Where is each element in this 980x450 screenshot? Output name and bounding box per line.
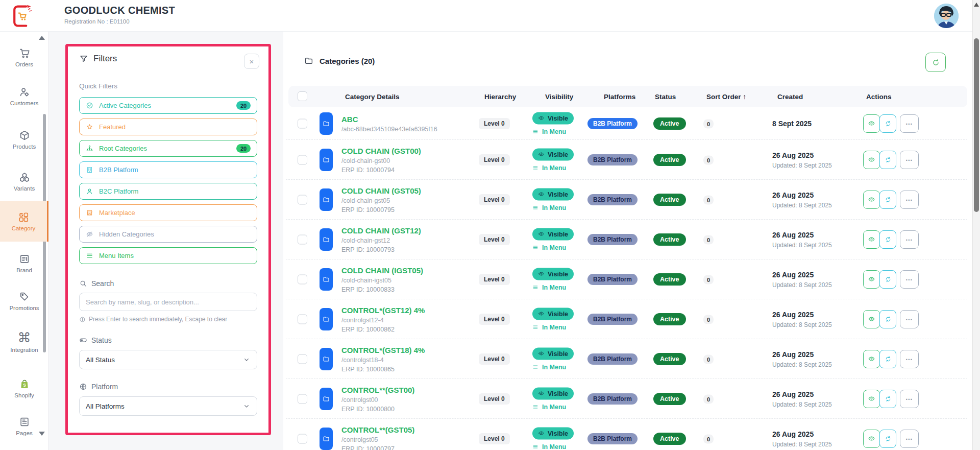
sync-button[interactable]	[879, 350, 896, 368]
more-actions-button[interactable]: ⋯	[900, 350, 919, 368]
platform-select[interactable]: All Platforms	[79, 396, 257, 416]
sidebar-item-label: Orders	[15, 61, 33, 67]
quick-filter-marketplace[interactable]: Marketplace	[79, 204, 257, 221]
category-details-cell: COLD CHAIN (GST12)/cold-chain-gst12ERP I…	[341, 226, 421, 253]
row-checkbox[interactable]	[298, 155, 307, 164]
more-actions-button[interactable]: ⋯	[900, 114, 919, 133]
sidebar-item-variants[interactable]: Variants	[0, 165, 48, 198]
info-icon	[79, 316, 86, 323]
view-button[interactable]	[863, 114, 880, 133]
category-folder-chip	[320, 348, 333, 370]
sidebar-item-promotions[interactable]: Promotions	[0, 285, 48, 317]
category-name-link[interactable]: COLD CHAIN (GST00)	[341, 146, 421, 155]
top-bar: GOODLUCK CHEMIST Registration No : E0110…	[0, 0, 972, 32]
select-all-checkbox[interactable]	[298, 91, 307, 101]
row-checkbox[interactable]	[298, 234, 307, 244]
quick-filter-b2b-platform[interactable]: B2B Platform	[79, 161, 257, 178]
column-hierarchy: Hierarchy	[484, 93, 516, 101]
page-scrollbar[interactable]	[972, 0, 980, 450]
view-button[interactable]	[863, 230, 880, 249]
quick-filter-active-categories[interactable]: Active Categories20	[79, 97, 257, 114]
more-actions-button[interactable]: ⋯	[900, 230, 919, 249]
more-actions-button[interactable]: ⋯	[900, 191, 919, 209]
category-name-link[interactable]: COLD CHAIN (GST05)	[341, 186, 421, 195]
category-details-cell: COLD CHAIN (IGST05)/cold-chain-igst05ERP…	[341, 266, 423, 293]
scrollbar-up-icon[interactable]	[974, 3, 979, 7]
sidebar-item-products[interactable]: Products	[0, 123, 48, 156]
hierarchy-cell: Level 0	[479, 353, 510, 365]
category-name-link[interactable]: CONTROL**(GST00)	[341, 385, 414, 394]
close-filters-button[interactable]: ×	[244, 54, 259, 69]
sidebar-item-label: Variants	[14, 185, 35, 192]
column-sort-order[interactable]: Sort Order ↑	[706, 93, 746, 101]
view-button[interactable]	[863, 310, 880, 328]
more-actions-button[interactable]: ⋯	[900, 390, 919, 408]
sidebar-item-brand[interactable]: Brand	[0, 247, 48, 279]
view-button[interactable]	[863, 350, 880, 368]
sync-button[interactable]	[879, 390, 896, 408]
sync-button[interactable]	[879, 230, 896, 249]
view-button[interactable]	[863, 270, 880, 289]
more-actions-button[interactable]: ⋯	[900, 151, 919, 169]
category-name-link[interactable]: COLD CHAIN (IGST05)	[341, 266, 423, 274]
category-name-link[interactable]: CONTROL**(GST05)	[341, 425, 414, 434]
category-name-link[interactable]: CONTROL*(GST12) 4%	[341, 305, 425, 314]
row-checkbox[interactable]	[298, 314, 307, 324]
status-badge: Active	[653, 433, 686, 445]
status-badge: Active	[653, 154, 686, 166]
category-folder-chip	[320, 308, 333, 330]
eye-icon	[538, 390, 545, 397]
sync-button[interactable]	[879, 151, 896, 169]
platforms-cell: B2B Platform	[587, 154, 638, 165]
row-checkbox[interactable]	[298, 434, 307, 443]
quick-filter-label: Menu Items	[99, 252, 134, 259]
sync-button[interactable]	[879, 310, 896, 328]
sync-button[interactable]	[879, 270, 896, 289]
more-actions-button[interactable]: ⋯	[900, 430, 919, 448]
quick-filter-hidden-categories[interactable]: Hidden Categories	[79, 226, 257, 243]
category-name-link[interactable]: ABC	[341, 114, 437, 123]
ellipsis-icon: ⋯	[905, 120, 913, 128]
sync-button[interactable]	[879, 191, 896, 209]
quick-filter-menu-items[interactable]: Menu Items	[79, 247, 257, 264]
category-name-link[interactable]: CONTROL*(GST18) 4%	[341, 345, 425, 354]
user-avatar[interactable]	[934, 4, 959, 28]
page-scrollbar-thumb[interactable]	[974, 38, 979, 212]
sync-button[interactable]	[879, 114, 896, 133]
row-checkbox[interactable]	[298, 195, 307, 204]
visibility-cell: VisibleIn Menu	[532, 148, 574, 171]
more-actions-button[interactable]: ⋯	[900, 270, 919, 289]
row-checkbox[interactable]	[298, 394, 307, 404]
quick-filter-featured[interactable]: Featured	[79, 119, 257, 135]
view-button[interactable]	[863, 191, 880, 209]
category-name-link[interactable]: COLD CHAIN (GST12)	[341, 226, 421, 234]
search-input[interactable]	[79, 293, 257, 311]
view-button[interactable]	[863, 151, 880, 169]
quick-filter-root-categories[interactable]: Root Categories20	[79, 140, 257, 157]
sidebar-item-category[interactable]: Category	[0, 201, 48, 242]
sidebar-item-pages[interactable]: Pages	[0, 410, 48, 442]
row-checkbox[interactable]	[298, 274, 307, 284]
row-checkbox[interactable]	[298, 119, 307, 128]
sidebar-item-shopify[interactable]: SShopify	[0, 372, 48, 405]
refresh-button[interactable]	[925, 53, 946, 72]
view-button[interactable]	[863, 390, 880, 408]
sidebar-item-orders[interactable]: Orders	[0, 41, 48, 74]
row-checkbox[interactable]	[298, 354, 307, 364]
in-menu-indicator: In Menu	[532, 164, 574, 171]
category-details-cell: CONTROL*(GST18) 4%/controlgst18-4ERP ID:…	[341, 345, 425, 372]
sidebar-scroll-up-icon[interactable]	[39, 36, 45, 40]
quick-filter-b2c-platform[interactable]: B2C Platform	[79, 183, 257, 200]
sync-button[interactable]	[879, 430, 896, 448]
sidebar-item-customers[interactable]: Customers	[0, 80, 48, 112]
visibility-cell: VisibleIn Menu	[532, 112, 574, 135]
visible-badge: Visible	[532, 387, 574, 399]
view-button[interactable]	[863, 430, 880, 448]
status-select[interactable]: All Status	[79, 350, 257, 369]
categories-count-title: Categories (20)	[320, 57, 375, 65]
chevron-down-icon	[242, 356, 251, 364]
visible-badge: Visible	[532, 148, 574, 160]
status-cell: Active	[653, 233, 686, 246]
more-actions-button[interactable]: ⋯	[900, 310, 919, 328]
sidebar-item-integration[interactable]: ⌘Integration	[0, 325, 48, 358]
